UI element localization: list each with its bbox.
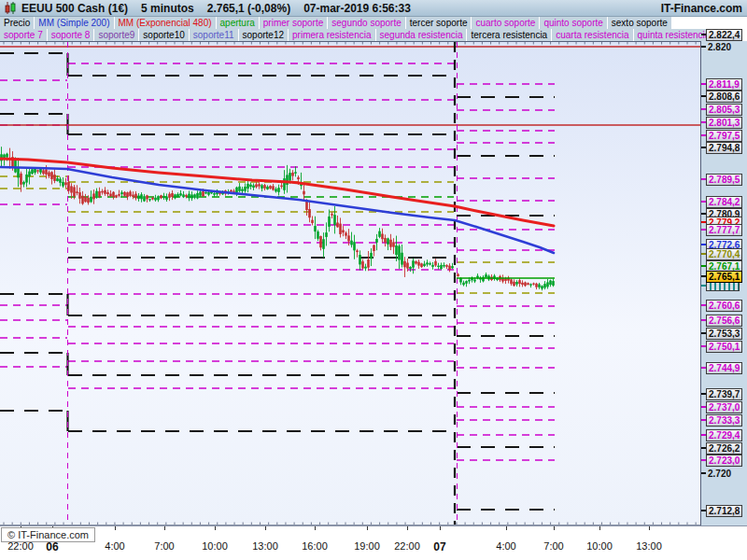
indicator-legend-row-2: soporte 7soporte 8soporte9soporte10sopor… [0,29,747,41]
time-tick [554,526,555,530]
price-label-text: 2.744,9 [706,362,742,374]
time-tick [115,526,116,530]
legend-item-apertura[interactable]: apertura [217,17,259,29]
price-label: 2.808,6 [701,91,742,103]
price-label-text: 2.777,7 [706,224,742,236]
time-tick [367,526,368,530]
last-price-header: 2.765,1 (-0,08%) [207,2,290,15]
price-label: 2.822,4 [701,29,742,41]
legend-item-precio[interactable]: Precio [0,17,34,29]
time-tick [440,526,441,530]
price-label: 2.770,4 [701,248,742,260]
price-label: 2.753,3 [701,328,742,340]
price-label-text: 2.794,8 [706,142,742,154]
legend-item-soporte11[interactable]: soporte11 [190,29,238,41]
brand-link[interactable]: IT-Finance.com [661,2,742,15]
price-label-text: 2.750,1 [706,341,742,353]
legend-item-tercera-resistencia[interactable]: tercera resistencia [467,29,551,41]
legend-item-segundo-soporte[interactable]: segundo soporte [328,17,405,29]
time-tick [315,526,316,530]
time-label: 16:00 [302,540,328,552]
price-label: 2.777,7 [701,224,742,236]
price-label-text: 2.756,6 [706,315,742,327]
legend-item-primera-resistencia[interactable]: primera resistencia [289,29,374,41]
last-price-label: 2.765,1 [701,271,742,283]
legend-item-sexto-soporte[interactable]: sexto soporte [608,17,671,29]
legend-filler [672,17,747,29]
price-label-text: 2.723,0 [706,455,742,467]
price-label: 2.720 [701,468,733,480]
legend-item-mm-simple-200-[interactable]: MM (Simple 200) [35,17,113,29]
legend-item-soporte10[interactable]: soporte10 [139,29,188,41]
legend-item-segunda-resistencia[interactable]: segunda resistencia [376,29,467,41]
solid-level-lines [0,47,700,125]
legend-item-quinto-soporte[interactable]: quinto soporte [540,17,606,29]
price-label-text: 2.712,8 [706,505,742,517]
price-label: 2.760,6 [701,300,742,312]
price-label-text: 2.720 [706,469,733,479]
price-label: 2.739,7 [701,388,742,400]
time-label: 19:00 [354,540,380,552]
legend-item-mm-exponencial-480-[interactable]: MM (Exponencial 480) [115,17,216,29]
legend-item-soporte12[interactable]: soporte12 [239,29,288,41]
price-label-text: 2.811,9 [706,78,742,91]
title-bar: EEUU 500 Cash (1€) 5 minutos 2.765,1 (-0… [0,0,747,17]
price-label-text: 2.820 [706,42,733,52]
legend-item-soporte9[interactable]: soporte9 [94,29,138,41]
time-label: 13:00 [252,540,278,552]
price-label: 2.750,1 [701,341,742,353]
price-label-text: 2.805,3 [706,104,742,116]
legend-item-soporte-8[interactable]: soporte 8 [48,29,94,41]
price-label: 2.811,9 [701,78,742,91]
datetime-label: 07-mar-2019 6:56:33 [303,2,411,15]
price-label: 2.805,3 [701,104,742,116]
time-tick [649,526,650,530]
price-label: 2.723,0 [701,455,742,467]
price-axis[interactable]: 2.822,42.8202.811,92.808,62.805,32.801,3… [700,41,747,525]
price-label: 2.794,8 [701,142,742,154]
instrument-title: EEUU 500 Cash (1€) [21,2,128,15]
price-label: 2.726,2 [701,442,742,455]
chart-window: EEUU 500 Cash (1€) 5 minutos 2.765,1 (-0… [0,0,747,560]
price-label: 2.789,5 [701,174,742,186]
time-tick [164,526,165,530]
price-label: 2.744,9 [701,362,742,374]
timeframe-label: 5 minutos [141,2,194,15]
price-label: 2.784,2 [701,196,742,208]
time-label: 7:00 [543,540,563,552]
price-label: 2.737,0 [701,401,742,413]
legend-item-cuarta-resistencia[interactable]: cuarta resistencia [552,29,632,41]
legend-item-cuarto-soporte[interactable]: cuarto soporte [472,17,539,29]
time-tick [506,526,507,530]
price-label-text: 2.753,3 [706,328,742,340]
price-label-text: 2.729,4 [706,429,742,441]
day-separator-lines [68,42,458,525]
legend-item-primer-soporte[interactable]: primer soporte [260,17,327,29]
legend-item-tercer-soporte[interactable]: tercer soporte [406,17,472,29]
price-label-text: 2.770,4 [706,248,742,260]
candlestick-icon [5,2,17,14]
indicator-legend-row-1: PrecioMM (Simple 200)MM (Exponencial 480… [0,17,747,29]
price-label-text: 2.801,3 [706,117,742,129]
candles-layer [0,147,555,290]
price-label: 2.820 [701,41,733,53]
price-label-text: 2.726,2 [706,442,742,455]
time-axis[interactable]: 22:00064:007:0010:0013:0016:0019:0022:00… [0,525,747,560]
price-label: 2.801,3 [701,117,742,129]
price-label-text: 2.733,3 [706,414,742,427]
price-label-text: 2.797,5 [706,130,742,142]
change-value: (-0,08%) [247,2,290,15]
price-label: 2.756,6 [701,315,742,327]
time-label: 4:00 [105,540,124,552]
price-label: 2.733,3 [701,414,742,427]
time-tick [599,526,600,530]
price-label-text: 2.760,6 [706,300,742,312]
support-resistance-levels [0,53,555,510]
chart-plot-area[interactable] [0,41,700,525]
price-label: 2.797,5 [701,130,742,142]
time-label: 10:00 [202,540,228,552]
time-tick [407,526,408,530]
time-tick [215,526,216,530]
price-label-text: 2.784,2 [706,196,742,208]
legend-item-soporte-7[interactable]: soporte 7 [0,29,47,41]
